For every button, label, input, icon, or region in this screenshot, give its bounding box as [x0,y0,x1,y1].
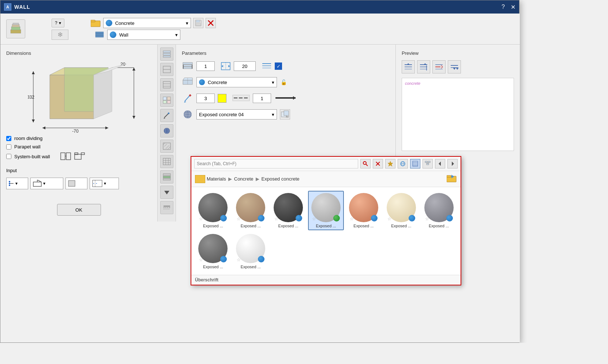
materials-col-btn[interactable] [160,94,173,107]
wall-type-dropdown[interactable]: Wall ▾ [107,30,180,40]
back-btn[interactable] [435,159,445,168]
list-view-btn[interactable] [410,159,420,168]
material-item-2[interactable]: ☆ Exposed ... [233,191,269,230]
material-label-5: Exposed ... [353,224,374,228]
svg-rect-138 [447,175,451,177]
sphere-col-btn[interactable] [160,124,173,137]
pencil-col-btn[interactable] [160,109,173,122]
snap-dropdown[interactable]: ▾ [6,178,28,189]
checkbox-group: room dividing Parapet wall System-built … [6,136,151,160]
svg-line-63 [164,113,169,118]
dash-col-btn[interactable] [160,201,173,214]
texture-col-btn[interactable] [160,78,173,91]
close-button[interactable]: ✕ [511,4,515,11]
surface-material-label: Exposed concrete 04 [199,112,244,117]
popup-footer: Überschrift [191,275,461,285]
material-select-label: Concrete [208,80,227,85]
svg-text:332: 332 [28,95,34,100]
input-title: Input [6,168,151,173]
material-search-input[interactable] [194,159,358,168]
room-dividing-checkbox[interactable] [6,136,11,141]
delete-button[interactable] [206,18,216,28]
chevron-down-icon2: ▾ [43,181,45,186]
svg-point-39 [9,181,10,182]
wall-offset-dropdown[interactable]: ▾ [90,178,119,189]
material-item-1[interactable]: ☆ Exposed ... [195,191,231,230]
forward-btn[interactable] [447,159,458,168]
favorites-btn[interactable] [385,159,395,168]
star-icon-4: ☆ [312,216,316,221]
sphere-5: ☆ [349,193,378,222]
svg-rect-38 [81,153,85,155]
search-icon-btn[interactable] [360,159,371,168]
preview-btn-2[interactable] [417,60,430,73]
save-button[interactable] [193,18,203,28]
wall-3d-preview: 20 332 -70 [28,60,130,130]
blue-checkbox[interactable]: ✓ [275,62,282,70]
folder-up-btn[interactable] [447,174,457,184]
layers-count-input[interactable] [196,61,215,71]
lock-icon[interactable]: 🔓 [280,79,287,86]
material-dropdown[interactable]: Concrete ▾ [103,18,191,28]
star-icon-5: ☆ [350,216,354,221]
svg-line-117 [366,164,368,166]
sphere-3: ☆ [274,193,303,222]
breadcrumb-concrete[interactable]: Concrete [234,176,254,182]
thickness-input[interactable] [234,61,256,71]
svg-marker-31 [94,68,112,119]
down-arrow-col-btn[interactable] [160,186,173,199]
wall-style-dropdown[interactable] [65,178,87,189]
breadcrumb-sep2: ▶ [256,176,259,182]
preview-title: Preview [402,50,514,56]
room-dividing-row: room dividing [6,136,151,141]
grid-col-btn[interactable] [160,155,173,168]
svg-line-70 [163,143,165,145]
hatching-col-btn[interactable] [160,140,173,153]
globe-overlay-2 [258,215,264,221]
material-row: Concrete ▾ 🔓 [182,76,390,88]
star-icon-7: ☆ [425,216,429,221]
material-label-3: Exposed ... [278,224,299,228]
preview-btn-3[interactable] [432,60,446,73]
system-built-checkbox[interactable] [6,154,11,159]
surface-menu-btn[interactable]: m² [280,109,290,120]
material-item-8[interactable]: ☆ Exposed ... [195,232,231,271]
material-select[interactable]: Concrete ▾ [196,77,277,87]
line-style-input[interactable] [253,94,271,103]
svg-rect-37 [75,153,78,155]
help-button[interactable]: ? [502,4,505,10]
clear-search-btn[interactable] [373,159,383,168]
material-item-9[interactable]: ☆ Exposed ... [233,232,269,271]
wall-type-chevron-icon: ▾ [175,32,178,38]
preview-btn-1[interactable] [402,60,415,73]
highlight-col-btn[interactable] [160,170,173,183]
svg-rect-53 [163,56,170,57]
globe-btn[interactable] [398,159,408,168]
material-item-3[interactable]: ☆ Exposed ... [270,191,307,230]
breadcrumb-exposed[interactable]: Exposed concrete [262,176,300,182]
material-item-4[interactable]: ☆ Exposed ... [308,191,344,230]
svg-text:m²: m² [286,115,289,118]
color-swatch[interactable] [218,94,226,103]
pen-size-input[interactable] [196,94,215,103]
svg-marker-157 [456,68,459,70]
ok-button[interactable]: OK [57,204,101,216]
system-built-row: System-built wall [6,152,151,160]
preview-btn-4[interactable] [448,60,461,73]
surface-material-select[interactable]: Exposed concrete 04 ▾ [196,109,277,120]
structure-col-btn[interactable] [160,63,173,76]
svg-marker-20 [32,71,35,74]
parapet-checkbox[interactable] [6,144,11,149]
material-item-7[interactable]: ☆ Exposed ... [421,191,457,230]
material-item-6[interactable]: ☆ Exposed ... [383,191,419,230]
tree-view-btn[interactable] [423,159,433,168]
breadcrumb-materials[interactable]: Materials [207,176,226,182]
material-item-5[interactable]: ☆ Exposed ... [345,191,382,230]
star-icon-9: ☆ [237,257,241,262]
open-folder-icon[interactable] [91,19,101,27]
type-question-btn[interactable]: ? ▾ [52,19,64,27]
svg-line-101 [185,95,190,101]
wall-shape-dropdown[interactable]: ▾ [30,178,63,189]
layers-col-btn[interactable] [160,48,173,61]
snowflake-btn[interactable]: ❄ [52,30,68,40]
